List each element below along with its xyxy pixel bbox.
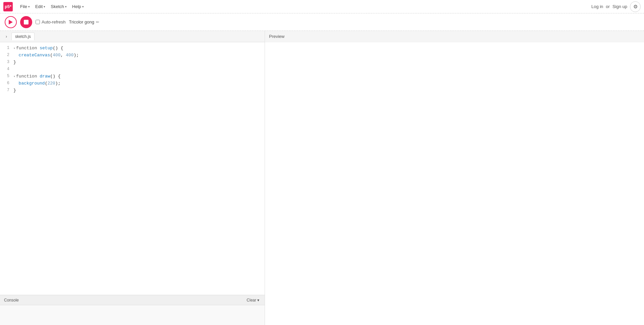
sketch-name: Tricolor gong ✏ — [69, 19, 99, 24]
code-line-3: 3 } — [0, 59, 265, 66]
signup-link[interactable]: Sign up — [612, 4, 627, 9]
login-link[interactable]: Log in — [591, 4, 603, 9]
nav-help[interactable]: Help ▾ — [70, 3, 86, 10]
edit-chevron-icon: ▾ — [44, 5, 45, 8]
code-editor[interactable]: 1 ▾function setup() { 2 createCanvas(400… — [0, 42, 265, 295]
file-chevron-icon: ▾ — [28, 5, 30, 8]
console-header: Console Clear ▾ — [0, 295, 265, 305]
edit-pencil-icon[interactable]: ✏ — [96, 20, 99, 24]
editor-panel: › sketch.js 1 ▾function setup() { 2 crea… — [0, 31, 265, 325]
topbar: p5* File ▾ Edit ▾ Sketch ▾ Help ▾ Log in… — [0, 0, 644, 13]
clear-button[interactable]: Clear ▾ — [245, 297, 261, 303]
chevron-down-icon: ▾ — [257, 298, 259, 303]
sketch-chevron-icon: ▾ — [65, 5, 67, 8]
nav-or-text: or — [606, 4, 610, 9]
nav-edit[interactable]: Edit ▾ — [33, 3, 47, 10]
nav-menu: File ▾ Edit ▾ Sketch ▾ Help ▾ — [18, 3, 86, 10]
settings-button[interactable]: ⚙ — [630, 1, 641, 12]
play-button[interactable] — [5, 16, 17, 28]
console-output — [0, 305, 265, 325]
preview-label: Preview — [265, 31, 644, 42]
preview-panel: Preview — [265, 31, 644, 325]
svg-marker-0 — [9, 20, 13, 24]
code-line-5: 5 ▾function draw() { — [0, 73, 265, 80]
console-label: Console — [4, 298, 19, 303]
code-line-2: 2 createCanvas(400, 400); — [0, 52, 265, 59]
preview-content — [265, 42, 644, 325]
console-panel: Console Clear ▾ — [0, 295, 265, 325]
help-chevron-icon: ▾ — [82, 5, 84, 8]
code-line-7: 7 } — [0, 87, 265, 94]
stop-icon — [24, 20, 29, 24]
toolbar: Auto-refresh Tricolor gong ✏ — [0, 13, 644, 31]
play-icon — [9, 20, 13, 24]
nav-sketch[interactable]: Sketch ▾ — [49, 3, 69, 10]
file-tab-sketch-js[interactable]: sketch.js — [11, 33, 35, 40]
gear-icon: ⚙ — [633, 4, 638, 10]
code-line-4: 4 — [0, 66, 265, 73]
code-line-6: 6 background(220); — [0, 80, 265, 87]
file-tab-bar: › sketch.js — [0, 31, 265, 42]
stop-button[interactable] — [20, 16, 32, 28]
code-line-1: 1 ▾function setup() { — [0, 45, 265, 52]
auto-refresh-label[interactable]: Auto-refresh — [36, 19, 66, 24]
collapse-button[interactable]: › — [3, 33, 10, 40]
nav-right: Log in or Sign up ⚙ — [591, 1, 641, 12]
auto-refresh-checkbox[interactable] — [36, 20, 40, 24]
main-area: › sketch.js 1 ▾function setup() { 2 crea… — [0, 31, 644, 325]
nav-file[interactable]: File ▾ — [18, 3, 32, 10]
p5-logo: p5* — [3, 2, 13, 11]
